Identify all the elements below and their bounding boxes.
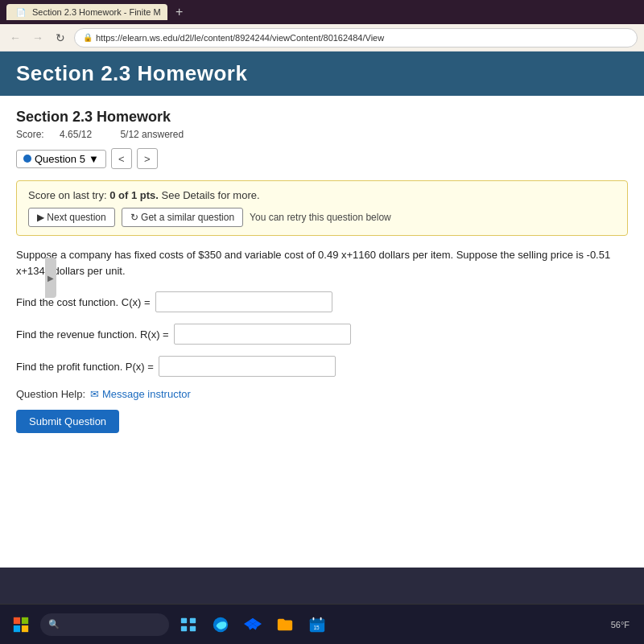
feedback-actions: ▶ Next question ↻ Get a similar question… [28, 208, 616, 227]
question-selector[interactable]: Question 5 ▼ [16, 150, 106, 168]
tab-title: Section 2.3 Homework - Finite M [32, 7, 161, 17]
feedback-score-value: 0 of 1 pts. [109, 189, 159, 201]
back-button[interactable]: ← [6, 29, 24, 47]
cost-label: Find the cost function. C(x) = [16, 296, 151, 308]
search-icon: 🔍 [48, 619, 60, 630]
svg-rect-3 [22, 625, 28, 631]
next-question-button[interactable]: ▶ Next question [28, 208, 115, 227]
temperature-display: 56°F [611, 620, 630, 630]
windows-start-button[interactable] [8, 612, 34, 638]
message-instructor-link[interactable]: ✉ Message instructor [90, 388, 191, 400]
profit-function-row: Find the profit function. P(x) = [16, 356, 628, 377]
refresh-button[interactable]: ↻ [52, 29, 69, 47]
profit-label: Find the profit function. P(x) = [16, 361, 154, 373]
revenue-function-row: Find the revenue function. R(x) = [16, 324, 628, 345]
svg-rect-6 [181, 625, 187, 630]
taskbar: 🔍 [0, 604, 644, 644]
svg-rect-16 [313, 617, 315, 620]
submit-question-button[interactable]: Submit Question [16, 410, 119, 433]
retry-text: You can retry this question below [250, 212, 391, 223]
task-view-button[interactable] [175, 612, 201, 638]
svg-rect-5 [190, 617, 196, 622]
edge-browser-icon[interactable] [208, 612, 233, 638]
svg-rect-15 [310, 618, 324, 623]
answered-label: 5/12 answered [120, 129, 184, 140]
score-label: Score: 4.65/12 [16, 129, 107, 140]
svg-text:15: 15 [313, 625, 320, 630]
file-explorer-icon[interactable] [272, 612, 298, 638]
url-text: https://elearn.ws.edu/d2l/le/content/892… [96, 33, 384, 43]
feedback-score: Score on last try: 0 of 1 pts. See Detai… [28, 189, 616, 201]
cost-input[interactable] [155, 291, 332, 312]
page-header-title: Section 2.3 Homework [16, 61, 628, 86]
dropbox-icon[interactable] [240, 612, 266, 638]
tab-favicon: 📄 [16, 8, 26, 17]
page-header: Section 2.3 Homework [0, 52, 644, 96]
question-nav: Question 5 ▼ < > [16, 148, 628, 169]
question-label: Question 5 [35, 153, 85, 165]
cost-function-row: Find the cost function. C(x) = [16, 291, 628, 312]
profit-input[interactable] [159, 356, 336, 377]
nav-bar: ← → ↻ 🔒 https://elearn.ws.edu/d2l/le/con… [0, 24, 644, 52]
svg-rect-2 [14, 625, 20, 631]
similar-question-button[interactable]: ↻ Get a similar question [122, 208, 243, 227]
mail-icon: ✉ [90, 388, 99, 400]
lock-icon: 🔒 [83, 33, 93, 42]
question-next-button[interactable]: > [137, 148, 158, 169]
svg-rect-4 [181, 617, 187, 622]
tab-bar: 📄 Section 2.3 Homework - Finite M × + [0, 0, 644, 24]
revenue-input[interactable] [174, 324, 351, 345]
question-prev-button[interactable]: < [111, 148, 132, 169]
svg-rect-7 [190, 625, 196, 630]
new-tab-button[interactable]: + [171, 5, 188, 19]
section-title: Section 2.3 Homework [16, 109, 628, 126]
question-dot [23, 155, 31, 163]
problem-text: Suppose a company has fixed costs of $35… [16, 247, 628, 279]
help-row: Question Help: ✉ Message instructor [16, 388, 628, 400]
main-content: Section 2.3 Homework Score: 4.65/12 5/12… [0, 96, 644, 568]
svg-rect-0 [14, 617, 20, 623]
svg-rect-17 [320, 617, 322, 620]
forward-button[interactable]: → [29, 29, 47, 47]
dropdown-arrow-icon: ▼ [89, 153, 99, 165]
revenue-label: Find the revenue function. R(x) = [16, 328, 169, 341]
sidebar-toggle[interactable]: ▶ [45, 258, 56, 298]
help-label: Question Help: [16, 388, 85, 400]
url-bar[interactable]: 🔒 https://elearn.ws.edu/d2l/le/content/8… [74, 28, 638, 47]
browser-tab[interactable]: 📄 Section 2.3 Homework - Finite M × [6, 4, 167, 20]
svg-rect-1 [22, 617, 28, 623]
feedback-box: Score on last try: 0 of 1 pts. See Detai… [16, 180, 628, 236]
calendar-icon[interactable]: 15 [304, 612, 330, 638]
taskbar-search[interactable]: 🔍 [40, 613, 169, 636]
score-line: Score: 4.65/12 5/12 answered [16, 129, 628, 140]
